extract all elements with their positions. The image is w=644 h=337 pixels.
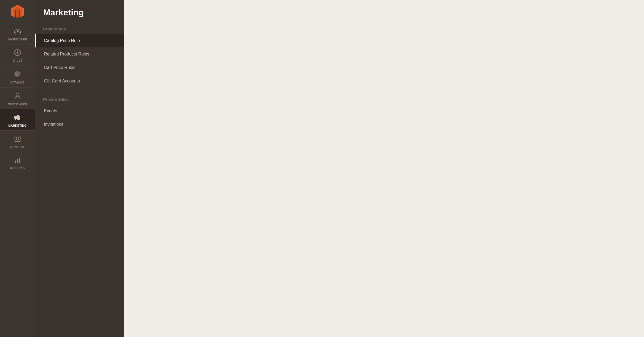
svg-line-3 <box>15 33 16 33</box>
main-menu: Marketing Promotions Catalog Price Rule … <box>35 0 124 337</box>
svg-rect-15 <box>17 159 18 163</box>
customers-icon <box>15 92 20 101</box>
svg-rect-16 <box>19 158 20 163</box>
svg-text:$: $ <box>16 50 19 55</box>
sales-icon: $ <box>14 49 21 58</box>
sidebar-item-customers[interactable]: CUSTOMERS <box>0 88 35 109</box>
sidebar-item-reports[interactable]: REPORTS <box>0 152 35 173</box>
sidebar-item-label-customers: CUSTOMERS <box>8 103 27 106</box>
main-menu-title: Marketing <box>35 0 124 23</box>
sidebar-item-label-reports: REPORTS <box>10 167 25 170</box>
menu-item-events[interactable]: Events <box>35 104 124 118</box>
section-title-private-sales: Private Sales <box>35 93 124 104</box>
magento-logo <box>11 5 25 19</box>
sidebar-item-content[interactable]: CONTENT <box>0 131 35 152</box>
logo-area <box>0 0 35 23</box>
reports-icon <box>14 157 21 165</box>
content-icon <box>14 136 21 144</box>
menu-item-cart-price-rules[interactable]: Cart Price Rules <box>35 61 124 74</box>
menu-item-gift-card-accounts[interactable]: Gift Card Accounts <box>35 74 124 88</box>
sidebar-item-label-content: CONTENT <box>10 145 25 148</box>
catalog-icon <box>14 71 21 79</box>
sidebar-item-marketing[interactable]: MARKETING <box>0 109 35 131</box>
sidebar-item-label-catalog: CATALOG <box>10 81 25 84</box>
sidebar-item-label-marketing: MARKETING <box>8 124 27 127</box>
menu-item-related-products-rules[interactable]: Related Products Rules <box>35 47 124 61</box>
sidebar: DASHBOARD $ SALES CATALOG CUSTOME <box>0 0 35 337</box>
svg-line-4 <box>19 33 20 33</box>
menu-item-catalog-price-rule[interactable]: Catalog Price Rule <box>35 34 124 47</box>
menu-item-invitations[interactable]: Invitations <box>35 118 124 131</box>
svg-rect-10 <box>16 137 17 138</box>
sidebar-item-catalog[interactable]: CATALOG <box>0 66 35 88</box>
svg-rect-9 <box>15 136 20 141</box>
svg-rect-11 <box>18 137 19 138</box>
svg-point-7 <box>16 93 19 96</box>
sidebar-item-label-sales: SALES <box>12 59 22 62</box>
marketing-icon <box>14 114 21 123</box>
svg-rect-8 <box>19 116 20 120</box>
section-title-promotions: Promotions <box>35 23 124 34</box>
svg-rect-13 <box>18 139 19 140</box>
dashboard-icon <box>14 28 21 36</box>
svg-rect-14 <box>15 161 16 163</box>
sidebar-item-label-dashboard: DASHBOARD <box>8 38 27 41</box>
svg-rect-12 <box>16 139 17 140</box>
sidebar-item-dashboard[interactable]: DASHBOARD <box>0 23 35 44</box>
content-area <box>124 0 644 337</box>
sidebar-item-sales[interactable]: $ SALES <box>0 44 35 66</box>
